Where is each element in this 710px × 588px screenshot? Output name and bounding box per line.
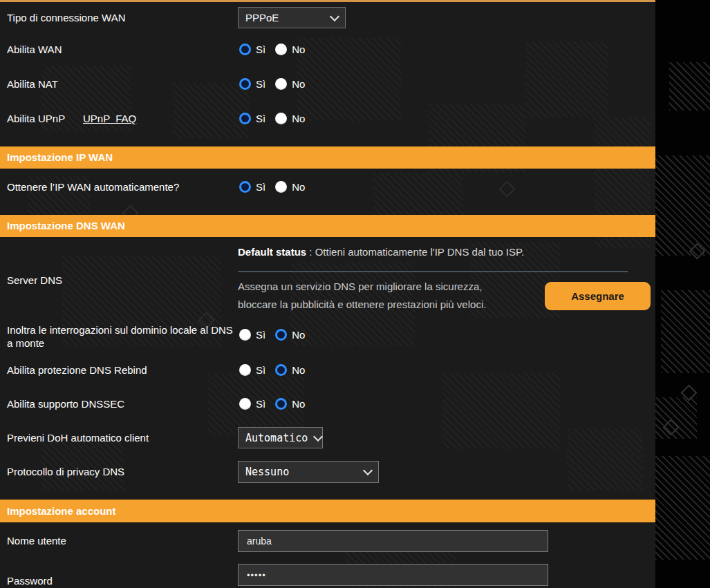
dns-server-row: Server DNS Default status : Ottieni auto…: [0, 246, 655, 322]
radio-yes-label: Sì: [256, 398, 265, 410]
dns-privacy-value: Nessuno: [245, 466, 289, 478]
enable-nat-row: Abilita NAT Sì No: [0, 73, 655, 95]
doh-value: Automatico: [245, 432, 308, 444]
assign-button[interactable]: Assegnare: [545, 282, 651, 310]
forward-local-yes-radio[interactable]: [239, 329, 251, 341]
forward-local-label: Inoltra le interrogazioni sul dominio lo…: [7, 323, 236, 350]
section-header-ip-wan: Impostazione IP WAN: [0, 146, 655, 169]
doh-row: Previeni DoH automatico client Automatic…: [0, 427, 655, 448]
section-header-account: Impostazione account: [0, 500, 655, 522]
dns-rebind-no-radio[interactable]: [275, 364, 287, 376]
password-row: Password: [0, 564, 655, 588]
dns-rebind-label: Abilita protezione DNS Rebind: [7, 359, 147, 381]
wan-type-value: PPPoE: [245, 12, 279, 23]
enable-upnp-no-radio[interactable]: [275, 113, 287, 124]
auto-ip-yes-radio[interactable]: [239, 181, 251, 193]
upnp-faq-link[interactable]: UPnP FAQ: [83, 108, 136, 130]
doh-label: Previeni DoH automatico client: [7, 427, 149, 448]
section-header-dns-wan: Impostazione DNS WAN: [0, 215, 655, 237]
enable-wan-no-radio[interactable]: [275, 44, 287, 55]
top-accent-line: [0, 0, 655, 2]
dns-divider: [238, 271, 628, 272]
dnssec-row: Abilita supporto DNSSEC Sì No: [0, 393, 655, 415]
enable-upnp-label: Abilita UPnP: [7, 108, 65, 130]
radio-no-label: No: [292, 398, 305, 410]
radio-no-label: No: [292, 113, 305, 124]
dnssec-no-radio[interactable]: [275, 398, 287, 410]
dns-desc-line1: Assegna un servizio DNS per migliorare l…: [238, 281, 482, 292]
dnssec-label: Abilita supporto DNSSEC: [7, 393, 124, 415]
dnssec-yes-radio[interactable]: [239, 398, 251, 410]
radio-no-label: No: [292, 364, 305, 376]
radio-yes-label: Sì: [256, 113, 265, 124]
enable-nat-label: Abilita NAT: [7, 73, 58, 95]
auto-ip-no-radio[interactable]: [275, 181, 287, 193]
forward-local-no-radio[interactable]: [275, 329, 287, 341]
auto-ip-row: Ottenere l’IP WAN automaticamente? Sì No: [0, 176, 655, 198]
enable-nat-no-radio[interactable]: [275, 78, 287, 90]
radio-yes-label: Sì: [256, 44, 265, 55]
dns-default-status-text: Ottieni automaticamente l'IP DNS dal tuo…: [315, 246, 524, 258]
dns-privacy-label: Protocollo di privacy DNS: [7, 461, 124, 483]
settings-panel: Tipo di connessione WAN PPPoE Abilita WA…: [0, 0, 655, 588]
dns-privacy-row: Protocollo di privacy DNS Nessuno: [0, 461, 655, 483]
wan-settings-page: Tipo di connessione WAN PPPoE Abilita WA…: [0, 0, 710, 588]
radio-yes-label: Sì: [256, 329, 265, 341]
radio-no-label: No: [292, 44, 305, 55]
password-input[interactable]: [238, 564, 548, 586]
radio-yes-label: Sì: [256, 78, 265, 90]
enable-upnp-yes-radio[interactable]: [239, 113, 251, 124]
chevron-down-icon: [363, 466, 373, 475]
doh-select[interactable]: Automatico: [238, 427, 323, 448]
wan-type-row: Tipo di connessione WAN PPPoE: [0, 7, 655, 28]
right-background-strip: [655, 0, 710, 588]
username-row: Nome utente: [0, 530, 655, 552]
wan-type-select[interactable]: PPPoE: [238, 7, 346, 28]
forward-local-row: Inoltra le interrogazioni sul dominio lo…: [0, 323, 655, 351]
enable-nat-yes-radio[interactable]: [239, 78, 251, 90]
wan-type-label: Tipo di connessione WAN: [7, 7, 125, 28]
dns-server-label: Server DNS: [7, 274, 62, 286]
password-label: Password: [7, 575, 53, 587]
dns-rebind-row: Abilita protezione DNS Rebind Sì No: [0, 359, 655, 381]
username-label: Nome utente: [7, 530, 66, 552]
dns-privacy-select[interactable]: Nessuno: [238, 461, 379, 483]
radio-no-label: No: [292, 78, 305, 90]
radio-no-label: No: [292, 329, 305, 341]
enable-wan-label: Abilita WAN: [7, 39, 62, 61]
auto-ip-label: Ottenere l’IP WAN automaticamente?: [7, 176, 179, 198]
dns-default-status-title: Default status: [238, 246, 306, 258]
dns-default-status: Default status : Ottieni automaticamente…: [238, 246, 524, 258]
enable-upnp-row: Abilita UPnP UPnP FAQ Sì No: [0, 108, 655, 130]
dns-rebind-yes-radio[interactable]: [239, 364, 251, 376]
username-input[interactable]: [238, 530, 548, 552]
chevron-down-icon: [330, 11, 339, 21]
enable-wan-yes-radio[interactable]: [239, 44, 251, 55]
radio-no-label: No: [292, 181, 305, 193]
dns-desc-line2: bloccare la pubblicità e ottenere presta…: [238, 298, 486, 310]
chevron-down-icon: [313, 431, 323, 441]
enable-wan-row: Abilita WAN Sì No: [0, 39, 655, 61]
radio-yes-label: Sì: [256, 364, 265, 376]
radio-yes-label: Sì: [256, 181, 265, 193]
